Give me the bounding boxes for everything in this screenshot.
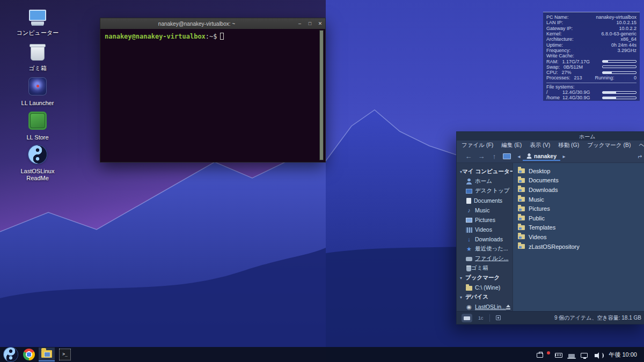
sidebar-item-desktop[interactable]: デスクトップ	[457, 186, 513, 196]
sysmon-label: Write Cache:	[546, 53, 574, 58]
breadcrumb-home-button[interactable]: nanakey	[523, 152, 560, 161]
desktop-icon-label: LL Store	[12, 134, 63, 141]
file-list: Desktop Documents Downloads Music Pictur…	[513, 163, 644, 311]
terminal-content[interactable]	[100, 29, 325, 162]
sysmon-processes-row: Processes:213Running:0	[546, 75, 636, 80]
sysmon-value: 12.4G/30.9G	[562, 90, 590, 95]
terminal-titlebar[interactable]: nanakey@nanakey-virtualbox: ~ – □ ✕	[100, 18, 325, 29]
up-button[interactable]: ↑	[488, 152, 501, 160]
sysmon-label: /home	[546, 95, 562, 100]
music-icon: ♪	[466, 207, 472, 213]
desktop-icon-computer[interactable]: コンピューター	[12, 10, 63, 36]
desktop-icon-ll-store[interactable]: LL Store	[12, 112, 63, 141]
desktop-icon	[466, 189, 472, 194]
sidebar-item-pictures[interactable]: Pictures	[457, 215, 513, 225]
sidebar-item-label: デスクトップ	[475, 187, 509, 195]
breadcrumb-next-icon[interactable]: ▸	[560, 153, 568, 159]
sidebar-item-downloads[interactable]: ↓Downloads	[457, 234, 513, 244]
menu-file[interactable]: ファイル (F)	[462, 142, 493, 149]
sidebar-group-label: デバイス	[465, 293, 488, 301]
updates-tray-icon[interactable]	[537, 353, 543, 358]
sidebar-group-devices[interactable]: ▾デバイス	[457, 292, 513, 302]
back-button[interactable]: ←	[462, 152, 475, 160]
terminal-scrollbar[interactable]	[319, 30, 324, 160]
sidebar-item-home[interactable]: ホーム	[457, 176, 513, 186]
sysmon-label: File systems:	[546, 84, 575, 90]
desktop-icon-ll-launcher[interactable]: LL Launcher	[12, 77, 63, 107]
toolbar-corner-icon[interactable]: ↵	[637, 153, 642, 160]
sysmon-row: Write Cache:	[546, 53, 636, 58]
file-row-templates[interactable]: Templates	[518, 223, 641, 233]
sidebar-item-music[interactable]: ♪Music	[457, 205, 513, 215]
toolbar: ← → ↑ ◂ nanakey ▸ ↵	[457, 150, 644, 163]
file-name: Templates	[529, 224, 555, 231]
sidebar-item-lastoslinux-device[interactable]: ◉LastOSLin...	[457, 302, 513, 311]
sidebar-item-label: ホーム	[475, 178, 492, 185]
sidebar-item-videos[interactable]: Videos	[457, 225, 513, 234]
file-row-desktop[interactable]: Desktop	[518, 166, 641, 176]
swap-bar	[602, 65, 636, 68]
sysmon-value: 10.0.2.15	[616, 20, 636, 25]
file-name: Pictures	[529, 205, 550, 212]
sysmon-value: 27%	[562, 70, 572, 75]
minimize-button[interactable]: –	[295, 18, 305, 29]
sysmon-label: Architecture:	[546, 36, 574, 42]
sidebar-item-trash[interactable]: ゴミ箱	[457, 263, 513, 273]
file-row-documents[interactable]: Documents	[518, 176, 641, 186]
file-name: Desktop	[529, 168, 550, 174]
sysmon-separator	[546, 83, 636, 83]
display-tray-icon[interactable]	[581, 353, 588, 358]
taskbar-file-manager-active[interactable]	[39, 348, 55, 361]
sidebar-item-filesystem[interactable]: ファイルシ...	[457, 254, 513, 263]
maximize-button[interactable]: □	[305, 18, 315, 29]
filesystem-drive-icon	[466, 257, 472, 261]
file-row-zlastosrepository[interactable]: zLastOSRepository	[518, 242, 641, 252]
sysmon-value: 0B/512M	[564, 64, 583, 70]
sidebar-item-wine-c[interactable]: C:\ (Wine)	[457, 283, 513, 292]
view-mode-icon[interactable]	[496, 315, 501, 320]
side-pane-toggle-button[interactable]	[462, 314, 472, 322]
menu-view[interactable]: 表示 (V)	[530, 142, 550, 149]
volume-icon[interactable]	[595, 354, 597, 357]
breadcrumb-prev-icon[interactable]: ◂	[515, 153, 523, 159]
file-manager-titlebar[interactable]: ホーム	[457, 132, 644, 141]
trash-icon	[466, 267, 471, 271]
places-sidebar: ▾マイ コンピューター ホーム デスクトップ Documents ♪Music …	[457, 163, 513, 311]
sysmon-fs-root: /12.4G/30.9G	[546, 90, 636, 95]
sidebar-item-recent[interactable]: ★最近使った...	[457, 244, 513, 254]
sysmon-label: Uptime:	[546, 42, 563, 48]
menu-help[interactable]: ヘルプ (H)	[639, 142, 644, 149]
chrome-launcher-icon[interactable]	[23, 349, 35, 360]
forward-button[interactable]: →	[475, 152, 488, 160]
file-row-pictures[interactable]: Pictures	[518, 204, 641, 213]
file-row-music[interactable]: Music	[518, 195, 641, 204]
file-row-public[interactable]: Public	[518, 213, 641, 223]
device-tray-icon[interactable]	[568, 354, 575, 358]
file-name: Downloads	[529, 187, 558, 193]
taskbar-clock[interactable]: 午後 10:00	[609, 351, 637, 359]
close-button[interactable]: ✕	[315, 18, 325, 29]
sidebar-group-my-computer[interactable]: ▾マイ コンピューター	[457, 167, 513, 176]
folder-icon	[466, 286, 472, 291]
start-menu-button[interactable]	[4, 348, 18, 361]
sidebar-item-label: Downloads	[475, 236, 503, 242]
desktop-icon-readme[interactable]: LastOSLinux ReadMe	[12, 145, 63, 182]
file-row-videos[interactable]: Videos	[518, 232, 641, 242]
desktop-icon-label: ゴミ箱	[12, 65, 63, 72]
taskbar-terminal-button[interactable]: >_	[59, 349, 71, 360]
menu-edit[interactable]: 編集 (E)	[501, 142, 522, 149]
desktop-button[interactable]	[503, 153, 511, 159]
status-separator	[489, 314, 490, 322]
sysmon-row: Uptime:0h 24m 44s	[546, 42, 636, 47]
sidebar-item-label: ファイルシ...	[475, 255, 508, 262]
items-count-text: 9 個のアイテム、空き容量: 18.1 GB	[554, 314, 641, 322]
input-method-keyboard-icon[interactable]	[555, 353, 562, 358]
sidebar-item-documents[interactable]: Documents	[457, 196, 513, 205]
menu-go[interactable]: 移動 (G)	[558, 142, 579, 149]
desktop-icon-trash[interactable]: ゴミ箱	[12, 46, 63, 72]
menu-bookmarks[interactable]: ブックマーク (B)	[587, 142, 631, 149]
file-row-downloads[interactable]: Downloads	[518, 185, 641, 195]
readme-yinyang-icon	[28, 145, 47, 164]
sidebar-group-bookmarks[interactable]: ▾ブックマーク	[457, 273, 513, 283]
eject-icon[interactable]	[506, 305, 510, 307]
